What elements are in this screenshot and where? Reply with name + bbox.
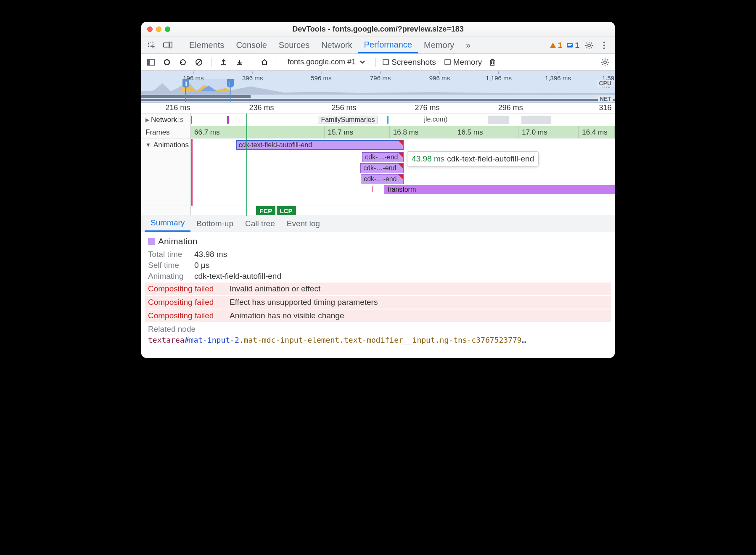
frame-segment[interactable]: 16.8 ms [390, 126, 454, 138]
compositing-failed-reason: Effect has unsupported timing parameters [230, 298, 378, 307]
summary-title: Animation [158, 236, 197, 246]
frame-segment[interactable]: 66.7 ms [191, 126, 325, 138]
summary-panel: Animation Total time43.98 ms Self time0 … [141, 232, 615, 358]
inspect-element-icon[interactable] [146, 40, 157, 51]
animation-bar[interactable]: cdk-…-end [361, 174, 404, 184]
download-icon[interactable] [234, 57, 245, 68]
timing-marker-fcp[interactable]: FCP [256, 206, 275, 215]
svg-rect-4 [568, 44, 572, 45]
tab-network[interactable]: Network [315, 37, 358, 53]
overview-ruler: 196 ms396 ms596 ms796 ms996 ms1,196 ms1,… [141, 71, 615, 79]
reload-record-icon[interactable] [177, 57, 188, 68]
frames-track[interactable]: Frames 66.7 ms15.7 ms16.8 ms16.5 ms17.0 … [141, 126, 615, 139]
record-icon[interactable] [161, 57, 172, 68]
animations-pink-stripe [191, 139, 193, 151]
self-time-label: Self time [148, 261, 188, 270]
home-icon[interactable] [259, 57, 270, 68]
overview-cpu-label: CPU [597, 80, 613, 87]
svg-rect-1 [164, 43, 169, 47]
clear-icon[interactable] [193, 57, 204, 68]
network-request-fragment: jle.com) [424, 116, 447, 123]
ruler-tick: 296 ms [498, 103, 523, 112]
warning-ribbon-icon [398, 140, 403, 145]
subtab-call-tree[interactable]: Call tree [239, 215, 281, 232]
upload-icon[interactable] [218, 57, 229, 68]
flamechart-ruler[interactable]: 216 ms236 ms256 ms276 ms296 ms316 ms [141, 103, 615, 114]
network-request-bar[interactable] [521, 116, 551, 124]
animations-track-header[interactable]: ▼Animations cdk-text-field-autofill-end [141, 139, 615, 151]
svg-rect-5 [568, 45, 571, 46]
traffic-lights [147, 26, 170, 32]
details-subtabs: Summary Bottom-up Call tree Event log [141, 215, 615, 232]
transform-bar[interactable]: transform [384, 185, 615, 194]
svg-point-15 [604, 61, 606, 63]
network-request-marker[interactable] [191, 116, 192, 124]
subtab-bottom-up[interactable]: Bottom-up [190, 215, 239, 232]
frame-segment[interactable]: 15.7 ms [325, 126, 390, 138]
settings-gear-icon[interactable] [584, 40, 595, 51]
capture-settings-gear-icon[interactable] [600, 57, 611, 68]
network-request-bar[interactable] [488, 116, 509, 124]
animating-label: Animating [148, 272, 188, 281]
total-time-label: Total time [148, 250, 188, 259]
animation-bar[interactable]: cdk-…-end [362, 152, 404, 162]
network-request-marker[interactable] [387, 116, 389, 124]
recording-selector[interactable]: fonts.google.com #1 [284, 56, 369, 68]
device-toolbar-icon[interactable] [162, 40, 173, 51]
network-request-marker[interactable] [227, 116, 229, 124]
warning-ribbon-icon [398, 174, 403, 180]
minimize-window-button[interactable] [156, 26, 161, 32]
screenshots-toggle[interactable]: Screenshots [383, 58, 436, 67]
performance-toolbar: fonts.google.com #1 Screenshots Memory [141, 54, 615, 71]
close-window-button[interactable] [147, 26, 153, 32]
self-time-value: 0 μs [194, 261, 209, 270]
animation-bar[interactable]: cdk-…-end [360, 163, 404, 173]
svg-point-12 [164, 60, 169, 65]
frames-track-label: Frames [141, 126, 191, 138]
overview-net-label: NET [598, 95, 613, 102]
frame-segment[interactable]: 17.0 ms [518, 126, 579, 138]
tab-memory[interactable]: Memory [418, 37, 460, 53]
playhead[interactable] [246, 114, 247, 216]
tab-console[interactable]: Console [230, 37, 272, 53]
warning-ribbon-icon [398, 164, 403, 169]
network-request-bar[interactable]: FamilySummaries [318, 116, 378, 124]
ruler-tick: 256 ms [331, 103, 356, 112]
tab-sources[interactable]: Sources [273, 37, 315, 53]
toggle-sidebar-icon[interactable] [145, 57, 156, 68]
checkbox-icon [383, 59, 389, 65]
more-menu-icon[interactable] [599, 40, 610, 51]
frame-segment[interactable]: 16.4 ms [579, 126, 615, 138]
overview-minimap[interactable]: 196 ms396 ms596 ms796 ms996 ms1,196 ms1,… [141, 71, 615, 103]
chevron-down-icon [360, 61, 365, 64]
compositing-failed-row: Compositing failedEffect has unsupported… [145, 296, 611, 309]
related-node-link[interactable]: textarea#mat-input-2.mat-mdc-input-eleme… [148, 336, 608, 344]
animation-bar-selected[interactable]: cdk-text-field-autofill-end [236, 140, 404, 150]
selection-handle-left[interactable]: || [182, 79, 189, 87]
timings-track[interactable]: FCPLCP [141, 206, 615, 215]
subtab-summary[interactable]: Summary [145, 215, 190, 232]
svg-point-6 [588, 44, 590, 47]
animations-track-label: ▼Animations [141, 139, 191, 151]
selection-handle-right[interactable]: || [227, 79, 234, 87]
total-time-value: 43.98 ms [194, 250, 227, 259]
frame-segment[interactable]: 16.5 ms [454, 126, 518, 138]
tab-performance[interactable]: Performance [358, 37, 418, 53]
overview-selection[interactable]: || || [185, 79, 231, 102]
zoom-window-button[interactable] [165, 26, 170, 32]
issues-info-badge[interactable]: 1 [566, 41, 579, 50]
timing-marker-lcp[interactable]: LCP [277, 206, 296, 215]
ruler-tick: 276 ms [415, 103, 440, 112]
memory-toggle[interactable]: Memory [444, 58, 482, 67]
compositing-failed-label: Compositing failed [148, 284, 224, 293]
tabs-overflow-button[interactable]: » [460, 37, 476, 53]
network-track[interactable]: ▶ Network :s FamilySummaries jle.com) [141, 114, 615, 126]
subtab-event-log[interactable]: Event log [281, 215, 326, 232]
issues-warning-badge[interactable]: 1 [550, 41, 563, 50]
ruler-tick: 236 ms [249, 103, 274, 112]
recording-selector-label: fonts.google.com #1 [288, 58, 356, 66]
tab-elements[interactable]: Elements [183, 37, 230, 53]
compositing-failed-reason: Animation has no visible change [230, 311, 344, 320]
gc-icon[interactable] [487, 57, 498, 68]
flamechart-tracks: ▶ Network :s FamilySummaries jle.com) Fr… [141, 114, 615, 215]
